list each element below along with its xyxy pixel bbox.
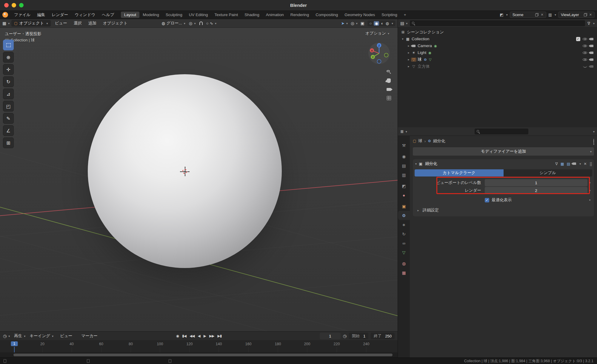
workspace-tab-shading[interactable]: Shading bbox=[241, 12, 263, 18]
breadcrumb-modifier[interactable]: 細分化 bbox=[433, 138, 445, 144]
show-gizmo-dropdown[interactable]: ➤ ▾ bbox=[341, 21, 348, 26]
catmull-clark-tab[interactable]: カトマルクラーク bbox=[415, 169, 504, 176]
viewport-levels-field[interactable]: 1 bbox=[485, 179, 587, 186]
render-visibility-icon[interactable] bbox=[590, 52, 593, 54]
frame-start-field[interactable]: 開始 1 bbox=[349, 333, 368, 339]
advanced-section-header[interactable]: ▸ 詳細設定 bbox=[415, 206, 592, 214]
outliner-row-camera[interactable]: ▸ Camera ◉ bbox=[398, 42, 597, 49]
tab-constraints[interactable]: ∞ bbox=[398, 238, 410, 248]
timeline-view-menu[interactable]: ビュー bbox=[58, 333, 75, 339]
render-levels-field[interactable]: 2 bbox=[485, 187, 587, 194]
chevron-down-icon[interactable]: ▾ bbox=[593, 130, 595, 133]
xray-toggle-icon[interactable]: ▣ bbox=[361, 21, 364, 26]
unlink-scene-icon[interactable]: ✕ bbox=[541, 13, 543, 17]
animate-dot-icon[interactable] bbox=[589, 182, 590, 183]
breadcrumb-object[interactable]: 球 bbox=[418, 138, 422, 144]
remove-viewlayer-icon[interactable]: ✕ bbox=[589, 13, 592, 17]
menu-edit[interactable]: 編集 bbox=[34, 12, 48, 18]
render-visibility-icon[interactable] bbox=[590, 65, 593, 68]
blender-logo-icon[interactable] bbox=[2, 12, 8, 18]
workspace-tab-texture-paint[interactable]: Texture Paint bbox=[211, 12, 241, 18]
scene-name-field[interactable]: Scene ✕ bbox=[510, 12, 546, 18]
tab-scene[interactable]: ◩ bbox=[398, 181, 410, 190]
chevron-down-icon[interactable]: ▾ bbox=[392, 22, 393, 25]
tab-modifiers[interactable]: ⚙ bbox=[398, 211, 410, 220]
cursor-tool-button[interactable]: ⊕ bbox=[3, 52, 14, 63]
tab-particles[interactable]: ∗ bbox=[398, 220, 410, 229]
camera-view-icon[interactable] bbox=[387, 88, 391, 91]
zoom-icon[interactable] bbox=[387, 70, 391, 73]
proportional-editing-toggle[interactable]: ○ ∿ ▾ bbox=[206, 21, 217, 26]
tab-tool[interactable]: ⚒ bbox=[398, 141, 410, 150]
toggle-ortho-grid-icon[interactable] bbox=[387, 96, 391, 100]
add-workspace-button[interactable]: + bbox=[401, 12, 410, 18]
select-box-tool-button[interactable] bbox=[3, 40, 14, 50]
current-frame-field[interactable]: 1 bbox=[320, 333, 341, 339]
zoom-window-button[interactable] bbox=[19, 3, 24, 7]
rotate-tool-button[interactable]: ↻ bbox=[3, 76, 14, 87]
measure-tool-button[interactable]: ∠ bbox=[3, 125, 14, 136]
optimal-display-checkbox[interactable]: ✓ bbox=[485, 198, 489, 202]
workspace-tab-rendering[interactable]: Rendering bbox=[287, 12, 312, 18]
playback-menu[interactable]: 再生 ▾ bbox=[14, 333, 25, 339]
expand-icon[interactable]: ▸ bbox=[406, 51, 411, 54]
minimize-window-button[interactable] bbox=[12, 3, 16, 7]
workspace-tab-layout[interactable]: Layout bbox=[121, 12, 140, 18]
realtime-display-toggle-icon[interactable]: ▤ bbox=[567, 162, 570, 166]
menu-object[interactable]: オブジェクト bbox=[101, 20, 130, 27]
menu-render[interactable]: レンダー bbox=[49, 12, 71, 18]
simple-tab[interactable]: シンプル bbox=[504, 169, 593, 176]
use-preview-range-clock-icon[interactable]: ◷ bbox=[343, 334, 347, 338]
tab-world[interactable]: ● bbox=[398, 190, 410, 200]
tab-object-data[interactable]: ▽ bbox=[398, 248, 410, 257]
hide-eye-icon[interactable] bbox=[583, 57, 587, 62]
shading-wireframe-icon[interactable]: ○ bbox=[370, 21, 372, 26]
transform-orientation-dropdown[interactable]: ◍ グロー... ▾ bbox=[162, 21, 185, 26]
tool-options-dropdown[interactable]: オプション ▾ bbox=[365, 31, 389, 36]
modifier-extras-chevron-icon[interactable]: ▾ bbox=[579, 162, 581, 165]
outliner-row-cube[interactable]: ▸ ▽ 立方体 bbox=[398, 63, 597, 70]
timeline-scrollbar[interactable] bbox=[13, 354, 393, 356]
keying-menu[interactable]: キーイング ▾ bbox=[30, 333, 53, 339]
tab-texture[interactable]: ▦ bbox=[398, 268, 410, 277]
tab-output[interactable]: ▤ bbox=[398, 161, 410, 170]
auto-keying-record-icon[interactable]: ◉ bbox=[176, 334, 179, 338]
collection-checkbox[interactable]: ✓ bbox=[576, 37, 580, 41]
add-cube-tool-button[interactable]: ⊞ bbox=[3, 137, 14, 148]
outliner-editor-type[interactable]: ▤ ▾ bbox=[400, 21, 407, 26]
edit-mode-display-toggle-icon[interactable]: ▦ bbox=[561, 162, 564, 166]
viewlayer-icon[interactable]: ▥ bbox=[548, 13, 552, 17]
new-viewlayer-icon[interactable] bbox=[584, 13, 587, 16]
pivot-point-dropdown[interactable]: ◎ ▾ bbox=[189, 21, 196, 26]
outliner-row-collection[interactable]: ▾ ▦ Collection ✓ bbox=[398, 35, 597, 42]
menu-window[interactable]: ウィンドウ bbox=[72, 12, 98, 18]
properties-search-input[interactable] bbox=[475, 128, 528, 134]
tab-material[interactable]: ◍ bbox=[398, 259, 410, 268]
filter-funnel-icon[interactable]: ∇ bbox=[555, 162, 558, 166]
close-window-button[interactable] bbox=[4, 3, 9, 7]
outliner-row-sphere[interactable]: ▸ ▽ 球 ⚙ ▽ bbox=[398, 56, 597, 63]
pin-icon[interactable] bbox=[593, 139, 594, 144]
hide-eye-icon[interactable] bbox=[583, 50, 587, 55]
chevron-down-icon[interactable]: ▾ bbox=[555, 13, 556, 16]
add-modifier-button[interactable]: モディファイアーを追加 ▾ bbox=[413, 147, 594, 156]
pan-hand-icon[interactable] bbox=[387, 78, 391, 83]
menu-select[interactable]: 選択 bbox=[71, 20, 84, 27]
workspace-tab-animation[interactable]: Animation bbox=[263, 12, 287, 18]
shading-material-icon[interactable]: ◐ bbox=[381, 21, 384, 26]
tab-physics[interactable]: ↻ bbox=[398, 229, 410, 238]
render-visibility-icon[interactable] bbox=[590, 45, 593, 47]
jump-to-start-button[interactable]: ▮◀ bbox=[182, 334, 186, 338]
outliner-search-input[interactable] bbox=[410, 20, 585, 26]
tab-view-layer[interactable]: ▥ bbox=[398, 170, 410, 179]
workspace-tab-modeling[interactable]: Modeling bbox=[139, 12, 162, 18]
menu-file[interactable]: ファイル bbox=[11, 12, 33, 18]
shading-rendered-icon[interactable]: ◍ bbox=[386, 21, 389, 26]
overlays-dropdown[interactable]: ◎ ▾ bbox=[351, 21, 358, 26]
drag-handle-icon[interactable]: ⣿ bbox=[590, 162, 592, 166]
previous-keyframe-button[interactable]: ◀◀ bbox=[190, 334, 194, 338]
editor-type-selector[interactable]: ▦ ▾ bbox=[2, 21, 10, 26]
outliner-row-scene-collection[interactable]: ⊞ シーンコレクション bbox=[398, 29, 597, 35]
timeline-editor-type[interactable]: ◷ ▾ bbox=[3, 334, 10, 338]
scene-icon[interactable]: ◩ bbox=[500, 13, 503, 17]
